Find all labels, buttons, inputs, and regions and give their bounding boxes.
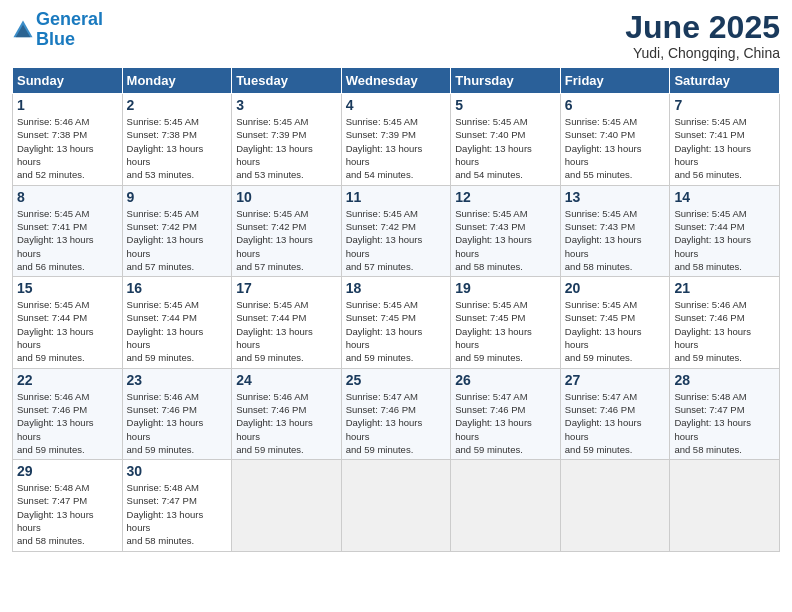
calendar-header-row: Sunday Monday Tuesday Wednesday Thursday… — [13, 68, 780, 94]
day-number: 26 — [455, 372, 556, 388]
cell-text: Sunrise: 5:45 AMSunset: 7:39 PMDaylight:… — [346, 115, 447, 181]
day-number: 29 — [17, 463, 118, 479]
calendar-cell — [670, 460, 780, 551]
day-number: 7 — [674, 97, 775, 113]
calendar-cell: 20Sunrise: 5:45 AMSunset: 7:45 PMDayligh… — [560, 277, 670, 368]
day-number: 28 — [674, 372, 775, 388]
cell-text: Sunrise: 5:45 AMSunset: 7:44 PMDaylight:… — [127, 298, 228, 364]
calendar-week-row: 22Sunrise: 5:46 AMSunset: 7:46 PMDayligh… — [13, 368, 780, 459]
cell-text: Sunrise: 5:45 AMSunset: 7:40 PMDaylight:… — [565, 115, 666, 181]
col-sunday: Sunday — [13, 68, 123, 94]
title-block: June 2025 Yudi, Chongqing, China — [625, 10, 780, 61]
calendar-cell: 30Sunrise: 5:48 AMSunset: 7:47 PMDayligh… — [122, 460, 232, 551]
calendar-cell: 29Sunrise: 5:48 AMSunset: 7:47 PMDayligh… — [13, 460, 123, 551]
calendar-cell: 18Sunrise: 5:45 AMSunset: 7:45 PMDayligh… — [341, 277, 451, 368]
col-saturday: Saturday — [670, 68, 780, 94]
calendar-cell: 4Sunrise: 5:45 AMSunset: 7:39 PMDaylight… — [341, 94, 451, 185]
day-number: 15 — [17, 280, 118, 296]
calendar-cell: 6Sunrise: 5:45 AMSunset: 7:40 PMDaylight… — [560, 94, 670, 185]
calendar-cell: 9Sunrise: 5:45 AMSunset: 7:42 PMDaylight… — [122, 185, 232, 276]
day-number: 24 — [236, 372, 337, 388]
calendar-cell: 23Sunrise: 5:46 AMSunset: 7:46 PMDayligh… — [122, 368, 232, 459]
calendar-cell: 14Sunrise: 5:45 AMSunset: 7:44 PMDayligh… — [670, 185, 780, 276]
cell-text: Sunrise: 5:47 AMSunset: 7:46 PMDaylight:… — [565, 390, 666, 456]
cell-text: Sunrise: 5:45 AMSunset: 7:43 PMDaylight:… — [455, 207, 556, 273]
cell-text: Sunrise: 5:45 AMSunset: 7:42 PMDaylight:… — [236, 207, 337, 273]
day-number: 9 — [127, 189, 228, 205]
day-number: 22 — [17, 372, 118, 388]
cell-text: Sunrise: 5:45 AMSunset: 7:45 PMDaylight:… — [346, 298, 447, 364]
cell-text: Sunrise: 5:47 AMSunset: 7:46 PMDaylight:… — [346, 390, 447, 456]
day-number: 25 — [346, 372, 447, 388]
cell-text: Sunrise: 5:46 AMSunset: 7:38 PMDaylight:… — [17, 115, 118, 181]
cell-text: Sunrise: 5:45 AMSunset: 7:44 PMDaylight:… — [17, 298, 118, 364]
calendar-week-row: 1Sunrise: 5:46 AMSunset: 7:38 PMDaylight… — [13, 94, 780, 185]
calendar-cell: 16Sunrise: 5:45 AMSunset: 7:44 PMDayligh… — [122, 277, 232, 368]
calendar-cell — [341, 460, 451, 551]
calendar-cell: 3Sunrise: 5:45 AMSunset: 7:39 PMDaylight… — [232, 94, 342, 185]
calendar-week-row: 15Sunrise: 5:45 AMSunset: 7:44 PMDayligh… — [13, 277, 780, 368]
cell-text: Sunrise: 5:45 AMSunset: 7:44 PMDaylight:… — [674, 207, 775, 273]
calendar-cell: 15Sunrise: 5:45 AMSunset: 7:44 PMDayligh… — [13, 277, 123, 368]
day-number: 21 — [674, 280, 775, 296]
cell-text: Sunrise: 5:45 AMSunset: 7:38 PMDaylight:… — [127, 115, 228, 181]
cell-text: Sunrise: 5:45 AMSunset: 7:41 PMDaylight:… — [17, 207, 118, 273]
calendar-cell: 2Sunrise: 5:45 AMSunset: 7:38 PMDaylight… — [122, 94, 232, 185]
day-number: 11 — [346, 189, 447, 205]
calendar-cell: 7Sunrise: 5:45 AMSunset: 7:41 PMDaylight… — [670, 94, 780, 185]
calendar-cell: 26Sunrise: 5:47 AMSunset: 7:46 PMDayligh… — [451, 368, 561, 459]
day-number: 18 — [346, 280, 447, 296]
calendar-cell: 17Sunrise: 5:45 AMSunset: 7:44 PMDayligh… — [232, 277, 342, 368]
cell-text: Sunrise: 5:48 AMSunset: 7:47 PMDaylight:… — [17, 481, 118, 547]
cell-text: Sunrise: 5:48 AMSunset: 7:47 PMDaylight:… — [127, 481, 228, 547]
cell-text: Sunrise: 5:46 AMSunset: 7:46 PMDaylight:… — [236, 390, 337, 456]
day-number: 5 — [455, 97, 556, 113]
cell-text: Sunrise: 5:48 AMSunset: 7:47 PMDaylight:… — [674, 390, 775, 456]
cell-text: Sunrise: 5:46 AMSunset: 7:46 PMDaylight:… — [17, 390, 118, 456]
cell-text: Sunrise: 5:45 AMSunset: 7:42 PMDaylight:… — [127, 207, 228, 273]
logo-icon — [12, 19, 34, 41]
day-number: 23 — [127, 372, 228, 388]
calendar-cell: 25Sunrise: 5:47 AMSunset: 7:46 PMDayligh… — [341, 368, 451, 459]
col-monday: Monday — [122, 68, 232, 94]
calendar-cell — [451, 460, 561, 551]
cell-text: Sunrise: 5:45 AMSunset: 7:40 PMDaylight:… — [455, 115, 556, 181]
cell-text: Sunrise: 5:45 AMSunset: 7:44 PMDaylight:… — [236, 298, 337, 364]
day-number: 14 — [674, 189, 775, 205]
page-container: General Blue June 2025 Yudi, Chongqing, … — [0, 0, 792, 562]
calendar-cell: 10Sunrise: 5:45 AMSunset: 7:42 PMDayligh… — [232, 185, 342, 276]
day-number: 16 — [127, 280, 228, 296]
calendar-cell: 24Sunrise: 5:46 AMSunset: 7:46 PMDayligh… — [232, 368, 342, 459]
day-number: 13 — [565, 189, 666, 205]
calendar-table: Sunday Monday Tuesday Wednesday Thursday… — [12, 67, 780, 551]
col-thursday: Thursday — [451, 68, 561, 94]
logo: General Blue — [12, 10, 103, 50]
calendar-cell: 12Sunrise: 5:45 AMSunset: 7:43 PMDayligh… — [451, 185, 561, 276]
cell-text: Sunrise: 5:45 AMSunset: 7:39 PMDaylight:… — [236, 115, 337, 181]
col-tuesday: Tuesday — [232, 68, 342, 94]
location: Yudi, Chongqing, China — [625, 45, 780, 61]
calendar-cell: 5Sunrise: 5:45 AMSunset: 7:40 PMDaylight… — [451, 94, 561, 185]
calendar-cell — [232, 460, 342, 551]
col-wednesday: Wednesday — [341, 68, 451, 94]
cell-text: Sunrise: 5:46 AMSunset: 7:46 PMDaylight:… — [674, 298, 775, 364]
calendar-cell: 11Sunrise: 5:45 AMSunset: 7:42 PMDayligh… — [341, 185, 451, 276]
calendar-week-row: 8Sunrise: 5:45 AMSunset: 7:41 PMDaylight… — [13, 185, 780, 276]
cell-text: Sunrise: 5:47 AMSunset: 7:46 PMDaylight:… — [455, 390, 556, 456]
cell-text: Sunrise: 5:45 AMSunset: 7:41 PMDaylight:… — [674, 115, 775, 181]
day-number: 20 — [565, 280, 666, 296]
day-number: 19 — [455, 280, 556, 296]
cell-text: Sunrise: 5:46 AMSunset: 7:46 PMDaylight:… — [127, 390, 228, 456]
day-number: 12 — [455, 189, 556, 205]
day-number: 6 — [565, 97, 666, 113]
day-number: 2 — [127, 97, 228, 113]
month-title: June 2025 — [625, 10, 780, 45]
cell-text: Sunrise: 5:45 AMSunset: 7:42 PMDaylight:… — [346, 207, 447, 273]
day-number: 4 — [346, 97, 447, 113]
calendar-cell: 28Sunrise: 5:48 AMSunset: 7:47 PMDayligh… — [670, 368, 780, 459]
calendar-cell: 1Sunrise: 5:46 AMSunset: 7:38 PMDaylight… — [13, 94, 123, 185]
calendar-cell: 27Sunrise: 5:47 AMSunset: 7:46 PMDayligh… — [560, 368, 670, 459]
logo-text: General — [36, 10, 103, 30]
day-number: 8 — [17, 189, 118, 205]
calendar-cell: 8Sunrise: 5:45 AMSunset: 7:41 PMDaylight… — [13, 185, 123, 276]
